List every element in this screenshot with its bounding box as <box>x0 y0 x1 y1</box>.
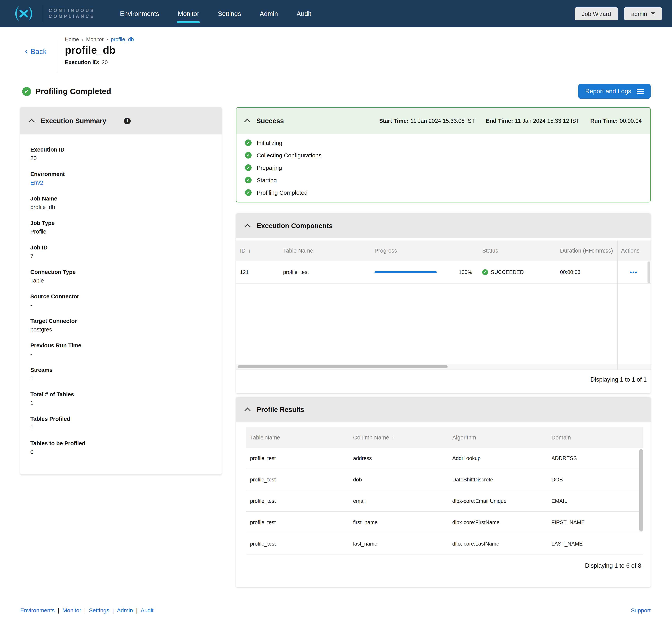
column-status: Status <box>478 248 556 254</box>
table-row: profile_test last_name dlpx-core:LastNam… <box>246 533 643 555</box>
column-actions: Actions <box>617 248 650 254</box>
cell-table-name: profile_test <box>279 269 370 275</box>
nav-admin[interactable]: Admin <box>260 10 278 17</box>
column-progress: Progress <box>370 248 478 254</box>
execution-steps: Initializing Collecting Configurations P… <box>236 134 650 202</box>
collapse-chevron-icon[interactable] <box>244 407 250 413</box>
info-icon[interactable] <box>124 118 131 124</box>
success-panel-header[interactable]: Success Start Time:11 Jan 2024 15:33:08 … <box>236 108 650 134</box>
execution-id-line: Execution ID:20 <box>65 59 134 65</box>
field-environment: Environment Env2 <box>30 170 212 187</box>
components-paging-text: Displaying 1 to 1 of 1 <box>236 370 651 393</box>
run-time: Run Time:00:00:04 <box>590 118 642 124</box>
execution-summary-header[interactable]: Execution Summary <box>20 107 222 134</box>
profile-results-panel: Profile Results Table Name Column Name A… <box>236 397 651 587</box>
results-table-header: Table Name Column Name Algorithm Domain <box>246 427 643 448</box>
breadcrumb-home[interactable]: Home <box>65 36 86 42</box>
column-column-name[interactable]: Column Name <box>349 434 448 440</box>
execution-components-header[interactable]: Execution Components <box>236 213 651 238</box>
page-title: profile_db <box>65 44 134 56</box>
profile-results-title: Profile Results <box>257 405 304 414</box>
back-link[interactable]: Back <box>25 47 47 72</box>
field-tables-to-be-profiled: Tables to be Profiled 0 <box>30 439 212 456</box>
step-check-icon <box>245 152 251 158</box>
cell-status: SUCCEEDED <box>478 269 556 275</box>
footer-monitor[interactable]: Monitor <box>63 607 81 613</box>
results-paging-text: Displaying 1 to 6 of 8 <box>236 562 641 569</box>
collapse-chevron-icon[interactable] <box>244 119 250 125</box>
run-times: Start Time:11 Jan 2024 15:33:08 IST End … <box>379 118 642 124</box>
footer: Environments| Monitor| Settings| Admin| … <box>20 607 651 613</box>
vertical-scrollbar-thumb[interactable] <box>639 449 643 532</box>
more-actions-icon[interactable] <box>630 269 638 275</box>
components-empty-area <box>236 284 651 364</box>
sort-asc-icon <box>392 434 394 440</box>
title-block: HomeMonitorprofile_db profile_db Executi… <box>65 36 134 72</box>
breadcrumb-monitor[interactable]: Monitor <box>86 36 111 42</box>
nav-audit[interactable]: Audit <box>296 10 311 17</box>
table-row: profile_test first_name dlpx-core:FirstN… <box>246 512 643 533</box>
breadcrumb-current: profile_db <box>111 36 134 42</box>
execution-id-value: 20 <box>102 59 108 65</box>
job-wizard-button[interactable]: Job Wizard <box>575 7 618 20</box>
field-job-name: Job Name profile_db <box>30 194 212 211</box>
report-and-logs-button[interactable]: Report and Logs <box>578 84 651 99</box>
right-column: Success Start Time:11 Jan 2024 15:33:08 … <box>236 107 651 587</box>
user-menu-label: admin <box>631 10 647 17</box>
column-id[interactable]: ID <box>236 248 279 254</box>
brand[interactable]: CONTINUOUS COMPLIANCE <box>12 5 95 23</box>
status-row: Profiling Completed Report and Logs <box>22 84 651 99</box>
execution-components-panel: Execution Components ID Table Name Progr… <box>236 213 651 393</box>
execution-components-table: ID Table Name Progress Status Duration (… <box>236 241 651 370</box>
user-menu-button[interactable]: admin <box>624 7 662 20</box>
environment-link[interactable]: Env2 <box>30 178 212 187</box>
footer-admin[interactable]: Admin <box>117 607 133 613</box>
execution-components-title: Execution Components <box>257 222 333 230</box>
column-domain: Domain <box>548 434 643 440</box>
nav-right: Job Wizard admin <box>575 7 662 20</box>
field-connection-type: Connection Type Table <box>30 268 212 285</box>
nav-settings[interactable]: Settings <box>218 10 241 17</box>
breadcrumb: HomeMonitorprofile_db <box>65 36 134 42</box>
end-time: End Time:11 Jan 2024 15:33:12 IST <box>486 118 579 124</box>
table-row: profile_test address AddrLookup ADDRESS <box>246 448 643 469</box>
status-check-icon <box>482 269 488 275</box>
field-previous-run-time: Previous Run Time - <box>30 341 212 358</box>
execution-summary-title: Execution Summary <box>41 117 106 125</box>
components-table-header: ID Table Name Progress Status Duration (… <box>236 241 651 261</box>
back-label: Back <box>30 47 46 56</box>
field-source-connector: Source Connector - <box>30 292 212 309</box>
step-check-icon <box>245 165 251 171</box>
column-table-name: Table Name <box>246 434 349 440</box>
nav-environments[interactable]: Environments <box>120 10 159 17</box>
footer-audit[interactable]: Audit <box>141 607 153 613</box>
field-execution-id: Execution ID 20 <box>30 145 212 162</box>
progress-bar <box>375 271 437 273</box>
brand-line-1: CONTINUOUS <box>49 8 95 14</box>
back-chevron-icon <box>25 47 28 56</box>
column-table-name: Table Name <box>279 248 370 254</box>
step-check-icon <box>245 140 251 146</box>
cell-actions <box>617 269 650 275</box>
horizontal-scrollbar <box>236 364 651 370</box>
page: CONTINUOUS COMPLIANCE Environments Monit… <box>0 0 672 632</box>
footer-support[interactable]: Support <box>631 607 651 613</box>
execution-id-label: Execution ID: <box>65 59 100 65</box>
field-streams: Streams 1 <box>30 365 212 383</box>
execution-summary-body: Execution ID 20 Environment Env2 Job Nam… <box>20 134 222 475</box>
delphix-logo-icon <box>12 5 36 22</box>
footer-environments[interactable]: Environments <box>20 607 55 613</box>
table-row: profile_test dob DateShiftDiscrete DOB <box>246 469 643 490</box>
profile-results-header[interactable]: Profile Results <box>236 397 651 422</box>
collapse-chevron-icon[interactable] <box>244 224 250 230</box>
profile-results-table: Table Name Column Name Algorithm Domain … <box>246 427 643 555</box>
horizontal-scrollbar-thumb[interactable] <box>238 365 448 369</box>
field-job-type: Job Type Profile <box>30 219 212 236</box>
vertical-scrollbar-thumb[interactable] <box>648 261 650 283</box>
collapse-chevron-icon[interactable] <box>29 119 34 125</box>
nav-monitor[interactable]: Monitor <box>178 10 199 17</box>
status-text: SUCCEEDED <box>491 269 524 275</box>
footer-settings[interactable]: Settings <box>89 607 109 613</box>
status-heading: Profiling Completed <box>35 87 111 96</box>
job-wizard-label: Job Wizard <box>582 10 611 17</box>
